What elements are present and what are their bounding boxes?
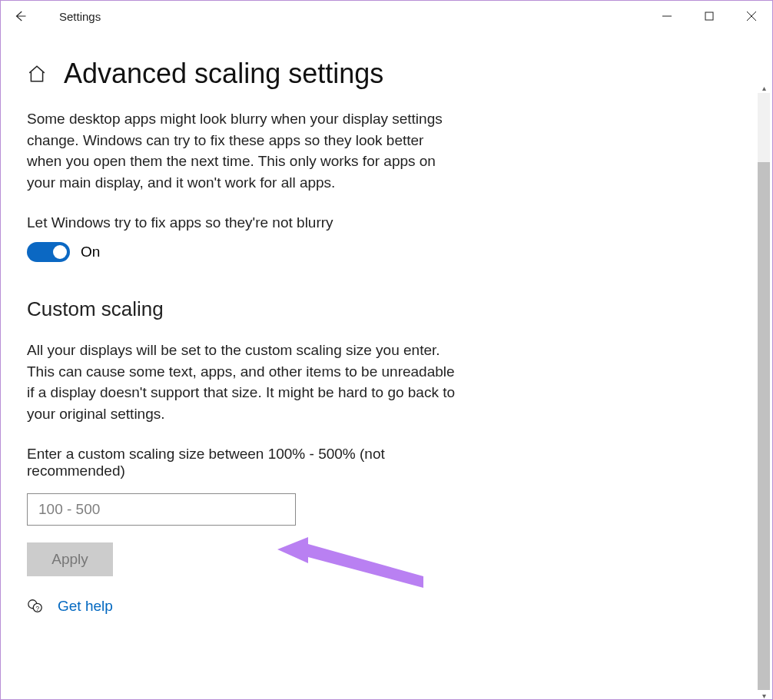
page-header: Advanced scaling settings bbox=[27, 58, 466, 90]
scroll-up-icon[interactable]: ▴ bbox=[758, 82, 770, 93]
scrollbar-thumb[interactable] bbox=[758, 162, 770, 690]
close-icon bbox=[747, 12, 756, 21]
scale-input-label: Enter a custom scaling size between 100%… bbox=[27, 446, 466, 479]
maximize-button[interactable] bbox=[688, 1, 730, 32]
scale-input-row bbox=[27, 493, 466, 526]
get-help-link[interactable]: Get help bbox=[58, 598, 113, 615]
custom-scaling-heading: Custom scaling bbox=[27, 297, 466, 321]
custom-scaling-desc: All your displays will be set to the cus… bbox=[27, 340, 457, 424]
toggle-row: On bbox=[27, 242, 466, 262]
intro-text: Some desktop apps might look blurry when… bbox=[27, 108, 457, 193]
apply-button[interactable]: Apply bbox=[27, 542, 113, 576]
toggle-state-text: On bbox=[81, 244, 100, 260]
svg-rect-1 bbox=[705, 12, 713, 20]
minimize-icon bbox=[662, 12, 672, 21]
svg-text:?: ? bbox=[35, 605, 39, 612]
back-button[interactable] bbox=[4, 1, 36, 32]
content-area: Advanced scaling settings Some desktop a… bbox=[1, 32, 493, 630]
titlebar: Settings bbox=[1, 1, 772, 32]
fix-blurry-toggle[interactable] bbox=[27, 242, 70, 262]
toggle-knob bbox=[53, 245, 67, 259]
scrollbar[interactable]: ▴ ▾ bbox=[758, 93, 770, 690]
scroll-down-icon[interactable]: ▾ bbox=[758, 690, 770, 700]
minimize-button[interactable] bbox=[645, 1, 688, 32]
fix-blurry-label: Let Windows try to fix apps so they're n… bbox=[27, 214, 466, 231]
maximize-icon bbox=[705, 12, 714, 21]
window-title: Settings bbox=[59, 10, 101, 23]
page-title: Advanced scaling settings bbox=[64, 58, 383, 90]
scale-input[interactable] bbox=[27, 493, 296, 526]
close-button[interactable] bbox=[730, 1, 772, 32]
help-icon: ? bbox=[27, 598, 44, 615]
back-icon bbox=[13, 9, 27, 23]
window-controls bbox=[645, 1, 772, 32]
home-icon[interactable] bbox=[27, 64, 47, 84]
help-row: ? Get help bbox=[27, 598, 466, 615]
